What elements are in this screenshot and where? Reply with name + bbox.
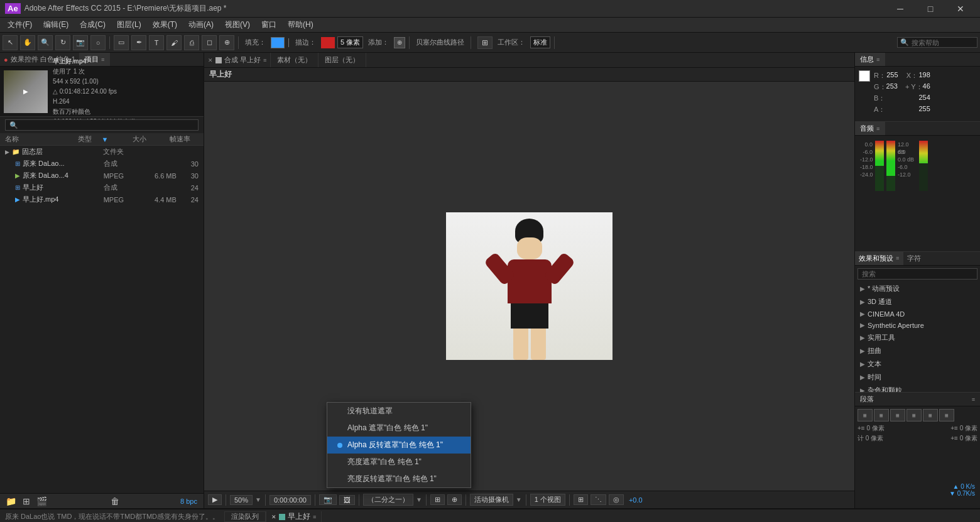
cam-arrow[interactable]: ▼ (516, 496, 522, 503)
effects-search[interactable] (855, 266, 980, 282)
menu-file[interactable]: 文件(F) (3, 18, 37, 31)
minimize-button[interactable]: ─ (886, 0, 915, 18)
brush-tool[interactable]: 🖌 (166, 35, 182, 50)
menu-view[interactable]: 视图(V) (220, 18, 255, 31)
effects-tab[interactable]: 效果和预设 ≡ (855, 252, 903, 265)
zoom-arrow[interactable]: ▼ (255, 496, 261, 503)
effect-animation-presets[interactable]: ▶ * 动画预设 (855, 282, 980, 295)
close-button[interactable]: ✕ (946, 0, 975, 18)
audio-tab[interactable]: 音频 ≡ (855, 122, 885, 135)
zoom-tool[interactable]: 🔍 (38, 35, 53, 50)
project-row-mpeg1[interactable]: ▶ 原来 DaLao...4 MPEG 6.6 MB 30 (0, 170, 204, 182)
resolution-dropdown[interactable]: （二分之一） (363, 494, 413, 506)
px-value[interactable]: 5 像素 (337, 36, 363, 48)
layer-tab[interactable]: 图层（无） (318, 53, 366, 67)
res-arrow[interactable]: ▼ (416, 496, 422, 503)
eraser-tool[interactable]: ◻ (202, 35, 217, 50)
menu-help[interactable]: 帮助(H) (283, 18, 318, 31)
menu-animate[interactable]: 动画(A) (183, 18, 219, 31)
rect-tool[interactable]: ▭ (114, 35, 129, 50)
hand-tool[interactable]: ✋ (20, 35, 35, 50)
project-row-comp2[interactable]: ⊞ 早上好 合成 24 (0, 182, 204, 193)
effects-tab-menu[interactable]: ≡ (896, 255, 899, 261)
rotate-tool[interactable]: ↻ (55, 35, 70, 50)
footage-tab[interactable]: 素材（无） (271, 53, 318, 67)
maximize-button[interactable]: □ (916, 0, 945, 18)
comp-flowchart-btn[interactable]: ⋱ (591, 494, 606, 505)
text-tool[interactable]: T (149, 35, 164, 50)
select-tool[interactable]: ↖ (3, 35, 18, 50)
segments-menu[interactable]: ≡ (972, 396, 975, 403)
info-tab[interactable]: 信息 ≡ (855, 53, 885, 66)
sort-icon[interactable]: ▼ (101, 136, 133, 143)
workspace-value[interactable]: 标准 (530, 36, 550, 48)
render-queue-tab[interactable]: 渲染队列 (224, 511, 266, 522)
search-box[interactable]: 🔍 (897, 37, 977, 48)
fill-color[interactable] (271, 37, 285, 48)
effect-noise-grain[interactable]: ▶ 杂色和颗粒 (855, 384, 980, 393)
comp-timeline-tab[interactable]: ✕ 早上好 ≡ (266, 511, 322, 522)
effect-cinema4d[interactable]: ▶ CINEMA 4D (855, 308, 980, 320)
menu-window[interactable]: 窗口 (256, 18, 281, 31)
transparency-grid-btn[interactable]: ⊞ (430, 494, 445, 505)
dropdown-luma-matte[interactable]: 亮度遮罩"白色 纯色 1" (327, 454, 471, 470)
comp-tab-close-icon[interactable]: ✕ (208, 57, 213, 63)
menu-effects[interactable]: 效果(T) (148, 18, 182, 31)
tl-tab-menu[interactable]: ≡ (313, 514, 316, 520)
dropdown-no-matte[interactable]: 没有轨道遮罩 (327, 403, 471, 420)
project-search[interactable] (0, 117, 204, 133)
effect-text[interactable]: ▶ 文本 (855, 357, 980, 371)
time-display[interactable]: 0:00:00:00 (270, 495, 311, 505)
effect-time[interactable]: ▶ 时间 (855, 371, 980, 384)
search-input[interactable] (912, 39, 974, 46)
orbit-tool[interactable]: ○ (90, 35, 106, 50)
comp-from-footage-btn[interactable]: ⊞ (21, 496, 32, 506)
effect-synthetic-aperture[interactable]: ▶ Synthetic Aperture (855, 320, 980, 331)
project-row-comp1[interactable]: ⊞ 原来 DaLao... 合成 30 (0, 158, 204, 170)
align-justify-all-btn[interactable]: ≡ (939, 409, 954, 421)
effects-search-input[interactable] (858, 268, 977, 280)
align-center-btn[interactable]: ≡ (874, 409, 889, 421)
pen-tool[interactable]: ✒ (131, 35, 146, 50)
project-row-mpeg2[interactable]: ▶ 早上好.mp4 MPEG 4.4 MB 24 (0, 193, 204, 205)
align-left2-btn[interactable]: ≡ (906, 409, 922, 421)
dropdown-alpha-inverted-matte[interactable]: Alpha 反转遮罩"白色 纯色 1" (327, 437, 471, 454)
interpret-btn[interactable]: 🎬 (35, 496, 49, 506)
effect-utilities[interactable]: ▶ 实用工具 (855, 331, 980, 344)
viewer-canvas[interactable] (204, 82, 854, 491)
dropdown-luma-inverted-matte[interactable]: 亮度反转遮罩"白色 纯色 1" (327, 470, 471, 487)
align-left-btn[interactable]: ≡ (858, 409, 873, 421)
project-search-input[interactable] (5, 119, 199, 131)
puppet-tool[interactable]: ⊕ (219, 35, 234, 50)
show-snapshot-btn[interactable]: 🖼 (339, 495, 355, 505)
stamp-tool[interactable]: ⎙ (184, 35, 199, 50)
audio-tab-menu[interactable]: ≡ (876, 126, 879, 132)
workspace-icon[interactable]: ⊞ (477, 36, 493, 49)
camera-dropdown[interactable]: 活动摄像机 (470, 494, 513, 506)
align-right-btn[interactable]: ≡ (890, 409, 905, 421)
info-tab-menu[interactable]: ≡ (876, 57, 879, 63)
add-btn[interactable]: ⊕ (394, 37, 405, 48)
tl-close-btn[interactable]: ✕ (271, 514, 276, 520)
menu-edit[interactable]: 编辑(E) (38, 18, 74, 31)
toggle-pixel-btn[interactable]: ⊕ (447, 494, 462, 505)
effect-3d-channel[interactable]: ▶ 3D 通道 (855, 295, 980, 308)
view-count-btn[interactable]: 1 个视图 (530, 494, 565, 506)
reset-exposure-btn[interactable]: ◎ (609, 494, 624, 505)
always-preview-btn[interactable]: ▶ (208, 494, 222, 505)
char-tab[interactable]: 字符 (903, 252, 925, 265)
dropdown-alpha-matte[interactable]: Alpha 遮罩"白色 纯色 1" (327, 420, 471, 437)
delete-btn[interactable]: 🗑 (109, 496, 121, 506)
comp-tab-menu[interactable]: ≡ (263, 57, 266, 63)
project-row-folder[interactable]: ▶ 📁 固态层 文件夹 (0, 146, 204, 158)
expand-icon[interactable]: ▶ (5, 149, 9, 155)
camera-tool[interactable]: 📷 (73, 35, 88, 50)
close-comp-icon[interactable]: ✕ 合成 早上好 ≡ (204, 53, 271, 67)
snapshot-btn[interactable]: 📷 (319, 494, 337, 505)
new-folder-btn[interactable]: 📁 (4, 496, 18, 506)
zoom-dropdown[interactable]: 50% (230, 495, 253, 505)
view-options-btn[interactable]: ⊞ (574, 494, 588, 505)
effect-distort[interactable]: ▶ 扭曲 (855, 344, 980, 357)
menu-compose[interactable]: 合成(C) (75, 18, 111, 31)
align-justify-btn[interactable]: ≡ (923, 409, 938, 421)
